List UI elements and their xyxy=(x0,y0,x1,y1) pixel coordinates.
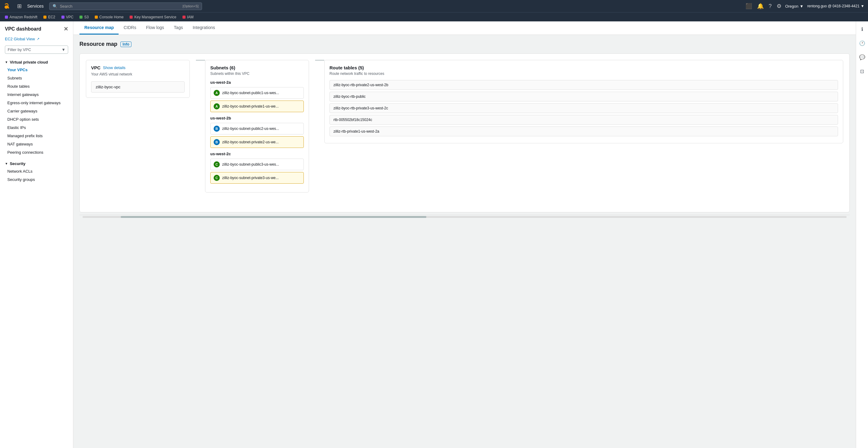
bookmark-ec2[interactable]: EC2 xyxy=(41,14,58,20)
tabs-bar: Resource map CIDRs Flow logs Tags Integr… xyxy=(73,22,856,35)
sidebar-item-subnets[interactable]: Subnets xyxy=(0,74,73,82)
az-section-2a: us-west-2a A zilliz-byoc-subnet-public1-… xyxy=(210,80,304,112)
subnet-name-priv2b: zilliz-byoc-subnet-private2-us-we... xyxy=(222,140,301,144)
user-label: rentong.guo @ 0416-2348-4421 xyxy=(807,4,860,8)
tab-integrations[interactable]: Integrations xyxy=(188,22,220,35)
svg-text:aws: aws xyxy=(5,6,8,8)
tab-tags[interactable]: Tags xyxy=(169,22,188,35)
subnet-badge-priv3c: C xyxy=(214,175,220,181)
bookmark-kms[interactable]: Key Management Service xyxy=(127,14,179,20)
services-label: Services xyxy=(27,4,44,8)
sidebar-close-button[interactable]: ✕ xyxy=(64,26,68,32)
filter-by-vpc[interactable]: Filter by VPC ▼ xyxy=(5,45,68,54)
route-tables-card: Route tables (5) Route network traffic t… xyxy=(324,60,843,143)
right-panel-feedback-icon[interactable]: 💬 xyxy=(858,53,867,62)
external-link-icon: ↗ xyxy=(37,37,39,41)
services-menu[interactable]: Services xyxy=(25,2,45,10)
bookmark-vpc-label: VPC xyxy=(66,15,74,19)
info-badge[interactable]: Info xyxy=(120,41,131,47)
user-menu[interactable]: rentong.guo @ 0416-2348-4421 ▼ xyxy=(807,4,864,8)
top-nav: aws ⊞ Services 🔍 [Option+S] ⬛ 🔔 ? ⚙ Oreg… xyxy=(0,0,868,12)
ec2-global-view-link[interactable]: EC2 Global View ↗ xyxy=(0,35,73,44)
subnet-name-priv1a: zilliz-byoc-subnet-private1-us-we... xyxy=(222,104,301,108)
sidebar-item-carrier-gateways[interactable]: Carrier gateways xyxy=(0,107,73,115)
route-item-4[interactable]: rtb-005502bf18c15024c xyxy=(330,115,838,125)
vpc-card: VPC Show details Your AWS virtual networ… xyxy=(86,60,190,98)
sidebar-item-egress-only[interactable]: Egress-only internet gateways xyxy=(0,99,73,107)
subnet-row-priv3c[interactable]: C zilliz-byoc-subnet-private3-us-we... xyxy=(210,172,304,184)
sidebar-item-elastic-ips[interactable]: Elastic IPs xyxy=(0,124,73,132)
sidebar-item-route-tables[interactable]: Route tables xyxy=(0,82,73,91)
az-label-2b: us-west-2b xyxy=(210,116,304,120)
subnet-row-pub1a[interactable]: A zilliz-byoc-subnet-public1-us-wes... xyxy=(210,87,304,99)
bell-icon[interactable]: 🔔 xyxy=(757,3,764,9)
section-security-triangle: ▼ xyxy=(5,162,8,165)
subnet-name-priv3c: zilliz-byoc-subnet-private3-us-we... xyxy=(222,176,301,180)
tab-cidrs[interactable]: CIDRs xyxy=(119,22,141,35)
search-bar[interactable]: 🔍 [Option+S] xyxy=(49,2,202,10)
sidebar: VPC dashboard ✕ EC2 Global View ↗ Filter… xyxy=(0,22,73,448)
subnet-row-pub2b[interactable]: B zilliz-byoc-subnet-public2-us-wes... xyxy=(210,123,304,134)
sidebar-item-your-vpcs[interactable]: Your VPCs xyxy=(0,66,73,74)
right-panel-settings-icon[interactable]: ⊡ xyxy=(858,67,867,76)
search-input[interactable] xyxy=(60,4,180,8)
right-panel-history-icon[interactable]: 🕐 xyxy=(858,38,867,48)
subnet-name-pub1a: zilliz-byoc-subnet-public1-us-wes... xyxy=(222,91,301,95)
aws-logo[interactable]: aws xyxy=(4,1,13,11)
scroll-track xyxy=(83,216,847,218)
subnet-row-pub3c[interactable]: C zilliz-byoc-subnet-public3-us-wes... xyxy=(210,159,304,170)
az-label-2c: us-west-2c xyxy=(210,152,304,156)
resource-map-title: Resource map xyxy=(80,41,117,47)
route-item-3[interactable]: zilliz-byoc-rtb-private3-us-west-2c xyxy=(330,103,838,113)
main-layout: VPC dashboard ✕ EC2 Global View ↗ Filter… xyxy=(0,22,868,448)
help-icon[interactable]: ? xyxy=(769,3,772,9)
tab-flow-logs[interactable]: Flow logs xyxy=(141,22,169,35)
subnet-name-pub3c: zilliz-byoc-subnet-public3-us-wes... xyxy=(222,162,301,166)
section-security-header[interactable]: ▼ Security xyxy=(0,159,73,167)
bookmark-vpc[interactable]: VPC xyxy=(59,14,76,20)
section-vpc-triangle: ▼ xyxy=(5,61,8,64)
bookmark-s3-label: S3 xyxy=(84,15,89,19)
user-chevron: ▼ xyxy=(861,4,864,8)
sidebar-item-internet-gateways[interactable]: Internet gateways xyxy=(0,91,73,99)
bookmark-redshift[interactable]: Amazon Redshift xyxy=(2,14,40,20)
bookmark-bar: Amazon Redshift EC2 VPC S3 Console Home … xyxy=(0,12,868,22)
sidebar-item-peering-connections[interactable]: Peering connections xyxy=(0,148,73,157)
bookmark-s3[interactable]: S3 xyxy=(77,14,91,20)
region-selector[interactable]: Oregon ▼ xyxy=(785,4,804,8)
scroll-thumb[interactable] xyxy=(121,216,426,218)
connector-vpc-subnets xyxy=(196,60,205,61)
ec2-global-view-label: EC2 Global View xyxy=(5,37,35,41)
grid-icon[interactable]: ⊞ xyxy=(17,3,22,9)
sidebar-item-managed-prefix-lists[interactable]: Managed prefix lists xyxy=(0,132,73,140)
az-section-2b: us-west-2b B zilliz-byoc-subnet-public2-… xyxy=(210,116,304,148)
subnets-card: Subnets (6) Subnets within this VPC us-w… xyxy=(205,60,309,193)
terminal-icon[interactable]: ⬛ xyxy=(745,3,752,9)
show-details-link[interactable]: Show details xyxy=(103,65,126,70)
right-panel-info-icon[interactable]: ℹ xyxy=(858,25,867,34)
nav-icons: ⬛ 🔔 ? ⚙ xyxy=(745,3,781,9)
bookmark-console-home-label: Console Home xyxy=(99,15,123,19)
route-item-5[interactable]: zilliz-rtb-private1-us-west-2a xyxy=(330,127,838,136)
route-item-1[interactable]: zilliz-byoc-rtb-private2-us-west-2b xyxy=(330,80,838,90)
resource-map-header: Resource map Info xyxy=(80,41,850,47)
bookmark-redshift-label: Amazon Redshift xyxy=(9,15,37,19)
az-section-2c: us-west-2c C zilliz-byoc-subnet-public3-… xyxy=(210,152,304,184)
subnet-row-priv1a[interactable]: A zilliz-byoc-subnet-private1-us-we... xyxy=(210,100,304,112)
vpc-name-box[interactable]: zilliz-byoc-vpc xyxy=(91,81,185,93)
sidebar-item-dhcp-option-sets[interactable]: DHCP option sets xyxy=(0,115,73,124)
sidebar-item-network-acls[interactable]: Network ACLs xyxy=(0,167,73,175)
az-label-2a: us-west-2a xyxy=(210,80,304,85)
sidebar-item-nat-gateways[interactable]: NAT gateways xyxy=(0,140,73,148)
settings-icon[interactable]: ⚙ xyxy=(777,3,781,9)
route-item-2[interactable]: zilliz-byoc-rtb-public xyxy=(330,92,838,101)
bookmark-iam[interactable]: IAM xyxy=(180,14,196,20)
bookmark-console-home[interactable]: Console Home xyxy=(92,14,126,20)
horizontal-scrollbar[interactable] xyxy=(80,215,850,219)
tab-resource-map[interactable]: Resource map xyxy=(80,22,119,35)
section-vpc-header[interactable]: ▼ Virtual private cloud xyxy=(0,58,73,66)
region-chevron: ▼ xyxy=(800,4,804,8)
sidebar-title: VPC dashboard xyxy=(5,26,41,32)
sidebar-item-security-groups[interactable]: Security groups xyxy=(0,175,73,184)
subnet-row-priv2b[interactable]: B zilliz-byoc-subnet-private2-us-we... xyxy=(210,136,304,148)
